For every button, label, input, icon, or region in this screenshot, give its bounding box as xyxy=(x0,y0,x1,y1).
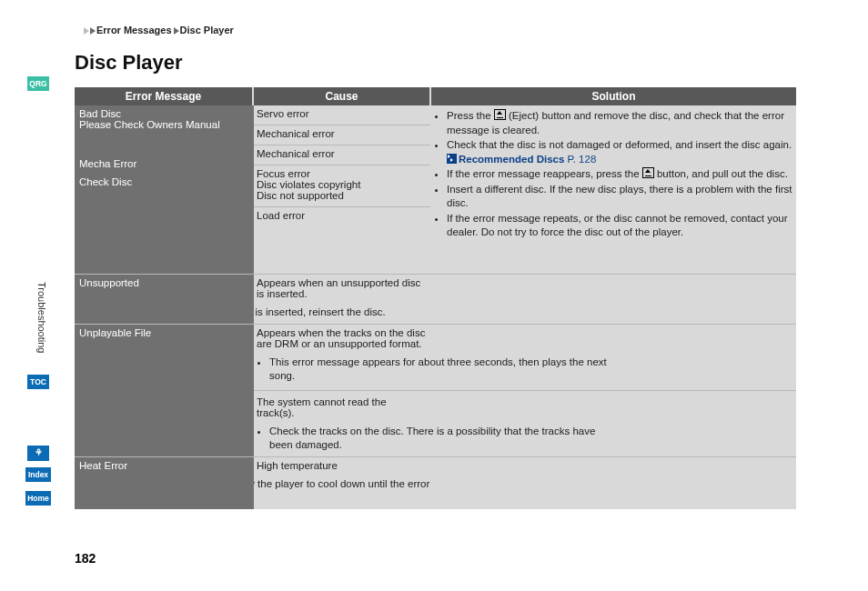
cell-error: Unsupported xyxy=(75,275,254,324)
cell-cause: The system cannot read the track(s). xyxy=(254,394,430,421)
table-row: Unplayable File Appears when the tracks … xyxy=(75,325,796,457)
table-row: Heat Error High temperature Turn the aud… xyxy=(75,457,796,509)
error-table: Error Message Cause Solution Bad Disc Pl… xyxy=(75,87,796,509)
cell-error: Heat Error xyxy=(75,457,254,509)
breadcrumb-item: Disc Player xyxy=(180,25,234,35)
xref-icon[interactable] xyxy=(447,154,457,164)
sidebar-tab-qrg[interactable]: QRG xyxy=(27,76,49,91)
cell-error: Unplayable File xyxy=(75,325,254,456)
cell-error: Check Disc xyxy=(75,174,254,274)
cell-error: Bad Disc Please Check Owners Manual xyxy=(75,105,254,155)
cell-cause: Appears when the tracks on the disc are … xyxy=(254,325,430,352)
cell-cause: High temperature xyxy=(254,457,430,474)
sidebar-tab-index[interactable]: Index xyxy=(25,467,51,482)
chevron-right-icon xyxy=(90,27,96,35)
cell-cause: Focus error Disc violates copyright Disc… xyxy=(254,165,430,204)
col-header-solution: Solution xyxy=(431,87,796,105)
sidebar-tab-voice[interactable]: ⚘ xyxy=(27,446,49,461)
cell-cause: Servo error xyxy=(254,105,430,122)
cell-solution: This error message appears for about thr… xyxy=(254,352,621,387)
table-row: Bad Disc Please Check Owners Manual Mech… xyxy=(75,105,796,275)
breadcrumb: Error MessagesDisc Player xyxy=(84,25,234,35)
col-header-cause: Cause xyxy=(254,87,429,105)
section-label: Troubleshooting xyxy=(36,282,47,353)
cell-cause: Mechanical error xyxy=(254,145,430,162)
sidebar-tab-home[interactable]: Home xyxy=(25,491,51,506)
eject-icon xyxy=(642,167,654,178)
cell-solution: Check the tracks on the disc. There is a… xyxy=(254,421,621,456)
sidebar-tab-toc[interactable]: TOC xyxy=(27,375,49,389)
cell-cause: Load error xyxy=(254,206,430,224)
cell-cause: Mechanical error xyxy=(254,125,430,142)
page-title: Disc Player xyxy=(75,51,183,75)
chevron-right-icon xyxy=(84,27,89,35)
chevron-right-icon xyxy=(174,27,179,35)
xref-link[interactable]: Recommended Discs xyxy=(459,154,564,165)
cell-error: Mecha Error xyxy=(75,155,254,174)
col-header-error: Error Message xyxy=(75,87,252,105)
page-number: 182 xyxy=(75,551,96,566)
eject-icon xyxy=(494,109,506,120)
table-row: Unsupported Appears when an unsupported … xyxy=(75,275,796,325)
cell-cause: Appears when an unsupported disc is inse… xyxy=(254,275,430,302)
cell-solution: Press the (Eject) button and remove the … xyxy=(431,105,796,274)
breadcrumb-item[interactable]: Error Messages xyxy=(96,25,172,35)
